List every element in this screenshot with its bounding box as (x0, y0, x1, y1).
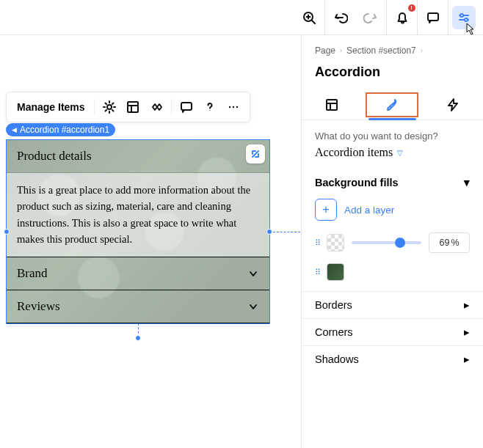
breadcrumb-item[interactable]: Page (315, 45, 335, 56)
accordion-item-title: Product details (17, 149, 92, 164)
transparent-swatch[interactable] (327, 234, 344, 251)
resize-handle-left[interactable] (4, 229, 10, 235)
layout-icon (324, 98, 339, 112)
section-label: Background fills (315, 177, 399, 188)
breadcrumb[interactable]: Page › Section #section7 › (315, 45, 470, 56)
selection-tag[interactable]: ◀ Accordion #accordion1 (6, 123, 115, 136)
panel-title: Accordion (315, 65, 470, 80)
panel-tabs (302, 90, 483, 120)
layout-button[interactable] (123, 97, 143, 117)
settings-button[interactable] (99, 97, 120, 117)
section-corners[interactable]: Corners ▸ (302, 318, 483, 345)
accordion-item-title: Reviews (17, 299, 60, 314)
redo-icon (363, 10, 378, 25)
accordion-item-body: This is a great place to add more inform… (7, 172, 269, 257)
help-button[interactable] (200, 97, 220, 117)
more-icon (226, 100, 241, 114)
svg-marker-21 (448, 99, 457, 111)
caret-right-icon: ▸ (464, 299, 470, 311)
comments-button[interactable] (421, 6, 445, 29)
section-label: Corners (315, 326, 353, 338)
selection-tag-label: Accordion #accordion1 (20, 125, 109, 135)
chevron-down-icon: ▽ (397, 149, 403, 157)
caret-right-icon: ▸ (464, 353, 470, 365)
tab-layout[interactable] (302, 90, 362, 120)
tab-design[interactable] (362, 90, 422, 120)
section-background-fills[interactable]: Background fills ▾ (302, 169, 483, 196)
topbar (0, 0, 483, 35)
brush-icon (385, 98, 399, 112)
gear-icon (102, 100, 117, 114)
section-shadows[interactable]: Shadows ▸ (302, 345, 483, 372)
resize-handle-bottom[interactable] (135, 335, 141, 341)
drag-handle[interactable]: ⠿ (315, 268, 319, 277)
add-layer-label[interactable]: Add a layer (344, 205, 394, 216)
section-borders[interactable]: Borders ▸ (302, 291, 483, 318)
breadcrumb-item[interactable]: Section #section7 (346, 45, 416, 56)
sliders-icon (457, 10, 471, 25)
accordion-widget[interactable]: Product details This is a great place to… (6, 139, 270, 324)
chevron-right-icon: › (421, 47, 423, 54)
caret-right-icon: ▸ (464, 326, 470, 338)
expand-icon (250, 148, 261, 160)
accordion-item-header[interactable]: Reviews (7, 290, 269, 323)
undo-icon (333, 10, 348, 25)
design-panel: Page › Section #section7 › Accordion Wha… (301, 35, 483, 448)
animation-icon (149, 100, 164, 114)
element-toolbar: Manage Items (6, 92, 250, 122)
svg-rect-18 (327, 100, 337, 110)
add-layer-row: + Add a layer (315, 199, 470, 221)
svg-point-17 (236, 106, 237, 108)
drag-handle[interactable]: ⠿ (315, 238, 319, 248)
chat-icon (179, 100, 194, 114)
expand-button[interactable] (246, 144, 265, 164)
fill-layer-row: ⠿ 69% (315, 232, 470, 253)
image-swatch[interactable] (327, 263, 344, 281)
caret-down-icon: ▾ (464, 177, 470, 188)
guide-line (269, 232, 300, 232)
animation-button[interactable] (146, 97, 167, 117)
tab-effects[interactable] (423, 90, 483, 120)
accordion-item-header[interactable]: Product details (7, 140, 269, 172)
accordion-item[interactable]: Product details This is a great place to… (7, 140, 269, 257)
more-button[interactable] (223, 97, 244, 117)
bolt-icon (446, 98, 460, 112)
scope-selector-label: Accordion items (315, 146, 393, 159)
design-panel-toggle[interactable] (452, 6, 476, 29)
help-icon (203, 100, 217, 114)
bell-icon (395, 10, 410, 25)
svg-point-15 (228, 106, 230, 108)
chat-icon (426, 10, 440, 25)
layout-icon (126, 100, 140, 114)
notifications-button[interactable] (391, 6, 414, 29)
opacity-slider[interactable] (352, 241, 421, 244)
section-label: Shadows (315, 353, 359, 365)
svg-point-14 (209, 110, 210, 111)
svg-point-16 (232, 106, 233, 108)
slider-knob[interactable] (395, 238, 405, 248)
svg-point-9 (107, 105, 112, 109)
undo-button[interactable] (329, 6, 352, 29)
zoom-button[interactable] (297, 6, 321, 29)
manage-items-button[interactable]: Manage Items (12, 100, 90, 114)
scope-selector[interactable]: Accordion items ▽ (315, 146, 470, 159)
svg-rect-13 (181, 103, 192, 110)
svg-rect-10 (128, 102, 138, 112)
chevron-down-icon (247, 301, 259, 312)
svg-line-1 (312, 21, 315, 23)
accordion-item-header[interactable]: Brand (7, 257, 269, 290)
add-layer-button[interactable]: + (315, 199, 337, 221)
accordion-item[interactable]: Reviews (7, 290, 269, 323)
redo-button[interactable] (359, 6, 382, 29)
element-comment-button[interactable] (176, 97, 197, 117)
svg-rect-4 (428, 13, 438, 21)
zoom-in-icon (302, 10, 316, 25)
opacity-input[interactable]: 69% (429, 232, 470, 253)
tutorial-highlight (366, 92, 418, 117)
fill-layer-row: ⠿ (315, 263, 470, 281)
svg-point-8 (465, 18, 468, 21)
accordion-item[interactable]: Brand (7, 257, 269, 290)
chevron-right-icon: › (340, 47, 342, 54)
section-label: Borders (315, 299, 352, 311)
chevron-down-icon (247, 268, 259, 279)
